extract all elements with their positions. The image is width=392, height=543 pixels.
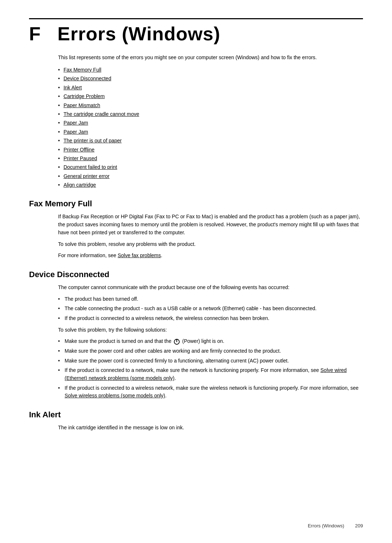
solve-wireless-link[interactable]: Solve wireless problems (some models onl…	[65, 393, 165, 398]
fax-memory-para-2: To solve this problem, resolve any probl…	[58, 240, 363, 248]
toc-link[interactable]: The printer is out of paper	[64, 138, 122, 143]
toc-item[interactable]: Paper Jam	[58, 119, 363, 127]
list-item: If the product is connected to a wireles…	[58, 384, 363, 400]
top-border	[29, 18, 363, 19]
toc-link[interactable]: The cartridge cradle cannot move	[64, 111, 139, 117]
toc-item[interactable]: Cartridge Problem	[58, 92, 363, 100]
toc-link[interactable]: Paper Mismatch	[64, 102, 100, 108]
toc-link[interactable]: General printer error	[64, 173, 110, 179]
section-heading-ink-alert: Ink Alert	[29, 410, 363, 420]
footer-page-number: 209	[355, 523, 363, 528]
toc-item[interactable]: The printer is out of paper	[58, 137, 363, 145]
page-footer: Errors (Windows) 209	[308, 523, 363, 528]
intro-paragraph: This list represents some of the errors …	[58, 54, 363, 61]
device-disconnected-solve-intro: To solve this problem, try the following…	[58, 326, 363, 334]
toc-item[interactable]: Printer Paused	[58, 154, 363, 162]
fax-memory-para-3: For more information, see Solve fax prob…	[58, 252, 363, 260]
section-body-device-disconnected: The computer cannot communicate with the…	[58, 284, 363, 400]
toc-item[interactable]: Paper Mismatch	[58, 101, 363, 109]
section-body-fax-memory-full: If Backup Fax Reception or HP Digital Fa…	[58, 213, 363, 259]
fax-memory-para-1: If Backup Fax Reception or HP Digital Fa…	[58, 213, 363, 236]
list-item: Make sure the power cord is connected fi…	[58, 357, 363, 365]
toc-item[interactable]: Paper Jam	[58, 128, 363, 136]
ink-alert-para-1: The ink cartridge identified in the mess…	[58, 424, 363, 432]
toc-item[interactable]: Fax Memory Full	[58, 66, 363, 74]
chapter-title: F Errors (Windows)	[29, 23, 363, 45]
toc-item[interactable]: Document failed to print	[58, 163, 363, 171]
section-body-ink-alert: The ink cartridge identified in the mess…	[58, 424, 363, 432]
solve-fax-problems-link[interactable]: Solve fax problems	[118, 252, 161, 258]
toc-link[interactable]: Paper Jam	[64, 129, 88, 135]
chapter-letter: F	[29, 23, 41, 44]
toc-link[interactable]: Fax Memory Full	[64, 67, 101, 73]
list-item: Make sure the power cord and other cable…	[58, 347, 363, 355]
list-item: The product has been turned off.	[58, 295, 363, 303]
section-heading-fax-memory-full: Fax Memory Full	[29, 199, 363, 208]
list-item: If the product is connected to a network…	[58, 366, 363, 382]
page-container: F Errors (Windows) This list represents …	[0, 0, 392, 465]
toc-link[interactable]: Paper Jam	[64, 120, 88, 126]
chapter-title-text: Errors (Windows)	[57, 23, 220, 44]
table-of-contents: Fax Memory FullDevice DisconnectedInk Al…	[58, 66, 363, 189]
toc-item[interactable]: General printer error	[58, 172, 363, 180]
list-item: Make sure the product is turned on and t…	[58, 337, 363, 345]
toc-link[interactable]: Ink Alert	[64, 85, 82, 90]
toc-link[interactable]: Printer Paused	[64, 155, 97, 161]
toc-link[interactable]: Cartridge Problem	[64, 93, 105, 99]
solve-wired-link[interactable]: Solve wired (Ethernet) network problems …	[65, 367, 347, 381]
toc-link[interactable]: Document failed to print	[64, 164, 117, 170]
footer-section-label: Errors (Windows)	[308, 523, 344, 528]
device-disconnected-causes-list: The product has been turned off. The cab…	[58, 295, 363, 323]
toc-item[interactable]: Printer Offline	[58, 146, 363, 154]
power-icon	[173, 339, 180, 345]
toc-link[interactable]: Printer Offline	[64, 147, 94, 153]
toc-link[interactable]: Align cartridge	[64, 182, 96, 188]
section-heading-device-disconnected: Device Disconnected	[29, 270, 363, 279]
toc-item[interactable]: Align cartridge	[58, 181, 363, 189]
toc-item[interactable]: Device Disconnected	[58, 74, 363, 82]
device-disconnected-intro: The computer cannot communicate with the…	[58, 284, 363, 292]
toc-item[interactable]: The cartridge cradle cannot move	[58, 110, 363, 118]
toc-item[interactable]: Ink Alert	[58, 84, 363, 92]
device-disconnected-solutions-list: Make sure the product is turned on and t…	[58, 337, 363, 400]
list-item: The cable connecting the product - such …	[58, 305, 363, 313]
toc-link[interactable]: Device Disconnected	[64, 76, 111, 81]
list-item: If the product is connected to a wireles…	[58, 315, 363, 323]
